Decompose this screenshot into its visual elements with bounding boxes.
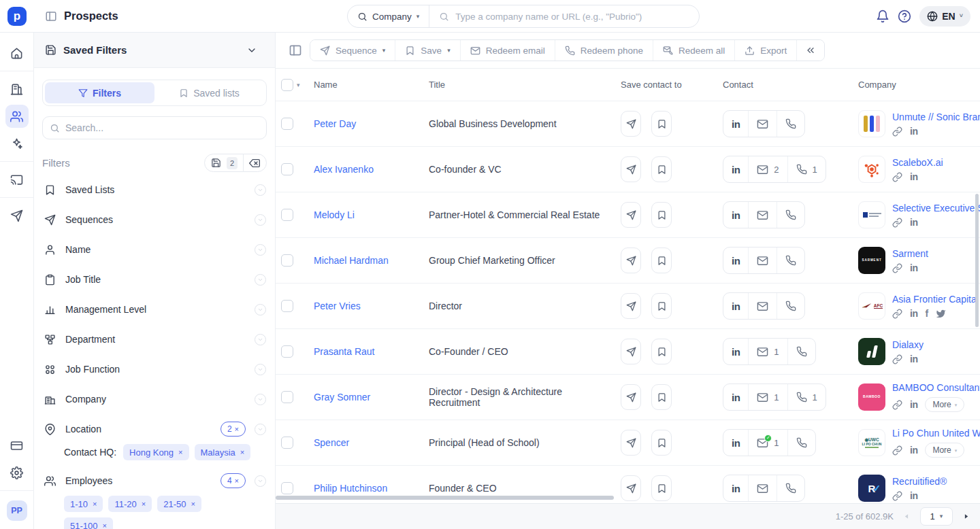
phone-contact-button[interactable]: [788, 339, 815, 364]
save-to-list-button[interactable]: [651, 293, 672, 319]
phone-contact-button[interactable]: [788, 430, 815, 456]
expand-filter-button[interactable]: [255, 274, 266, 286]
filter-name[interactable]: Name: [34, 235, 275, 264]
panel-toggle-icon[interactable]: [45, 10, 57, 22]
row-checkbox[interactable]: [281, 209, 293, 221]
vertical-scrollbar[interactable]: [975, 194, 979, 327]
redeem-email-button[interactable]: Redeem email: [461, 40, 555, 61]
filter-chip-51-100[interactable]: 51-100×: [64, 517, 113, 529]
save-to-list-button[interactable]: [651, 111, 672, 137]
email-contact-button[interactable]: [749, 111, 777, 137]
filter-department[interactable]: Department: [34, 324, 275, 354]
filter-location[interactable]: Location2×: [34, 414, 275, 444]
filter-chip-1-10[interactable]: 1-10×: [64, 496, 103, 512]
save-to-list-button[interactable]: [651, 475, 672, 501]
link-icon[interactable]: [892, 309, 902, 319]
more-button[interactable]: More▾: [925, 443, 964, 458]
add-to-sequence-button[interactable]: [621, 430, 641, 456]
email-contact-button[interactable]: [749, 202, 777, 228]
company-name-link[interactable]: BAMBOO Consultant: [892, 382, 980, 393]
filter-search-input[interactable]: [65, 122, 259, 133]
row-checkbox[interactable]: [281, 391, 293, 403]
link-icon[interactable]: [892, 218, 902, 228]
tab-saved-lists[interactable]: Saved lists: [154, 82, 264, 103]
prospect-name-link[interactable]: Alex Ivanenko: [314, 164, 374, 175]
linkedin-icon[interactable]: in: [910, 445, 917, 455]
save-to-list-button[interactable]: [651, 156, 672, 182]
language-selector[interactable]: EN ˅: [919, 6, 970, 27]
select-all-checkbox[interactable]: [281, 79, 293, 91]
row-checkbox[interactable]: [281, 254, 293, 267]
expand-filter-button[interactable]: [255, 334, 266, 345]
email-contact-button[interactable]: 2: [749, 156, 787, 182]
company-name-link[interactable]: Dialaxy: [892, 339, 924, 350]
rail-item-gear[interactable]: [5, 461, 29, 484]
save-to-list-button[interactable]: [651, 339, 672, 364]
add-to-sequence-button[interactable]: [621, 156, 641, 182]
linkedin-contact-button[interactable]: in: [723, 339, 749, 364]
row-checkbox[interactable]: [281, 437, 293, 449]
remove-icon[interactable]: ×: [93, 500, 97, 508]
filter-job-function[interactable]: Job Function: [34, 354, 275, 384]
expand-filter-button[interactable]: [255, 244, 266, 256]
save-to-list-button[interactable]: [651, 248, 672, 273]
filter-employees[interactable]: Employees4×: [34, 466, 275, 496]
add-to-sequence-button[interactable]: [621, 339, 641, 364]
company-name-link[interactable]: Asia Frontier Capital L: [892, 294, 980, 305]
company-name-link[interactable]: ScaleboX.ai: [892, 157, 943, 168]
expand-filter-button[interactable]: [255, 184, 266, 196]
filter-management-level[interactable]: Management Level: [34, 294, 275, 324]
collapse-toolbar-button[interactable]: [797, 40, 824, 61]
add-to-sequence-button[interactable]: [621, 384, 641, 410]
email-contact-button[interactable]: [749, 248, 777, 273]
page-select[interactable]: 1 ▾: [920, 507, 953, 526]
add-to-sequence-button[interactable]: [621, 202, 641, 228]
prospect-name-link[interactable]: Prasanta Raut: [314, 346, 375, 357]
company-name-link[interactable]: Unmute // Sonic Bran: [892, 112, 980, 122]
prospect-name-link[interactable]: Gray Somner: [314, 392, 370, 403]
filter-chip-21-50[interactable]: 21-50×: [157, 496, 201, 512]
email-contact-button[interactable]: ✓1: [749, 430, 787, 456]
link-icon[interactable]: [892, 126, 902, 137]
remove-icon[interactable]: ×: [240, 448, 244, 456]
linkedin-icon[interactable]: in: [910, 172, 917, 182]
prospect-name-link[interactable]: Philip Hutchinson: [314, 483, 387, 494]
add-to-sequence-button[interactable]: [621, 248, 641, 273]
link-icon[interactable]: [892, 491, 902, 501]
linkedin-icon[interactable]: in: [910, 491, 917, 500]
add-to-sequence-button[interactable]: [621, 475, 641, 501]
filter-count-badge[interactable]: 4×: [220, 473, 246, 488]
phone-contact-button[interactable]: 1: [788, 156, 826, 182]
linkedin-icon[interactable]: in: [910, 218, 917, 227]
expand-filter-button[interactable]: [255, 394, 266, 405]
redeem-phone-button[interactable]: Redeem phone: [555, 40, 653, 61]
tab-filters[interactable]: Filters: [45, 82, 154, 103]
remove-icon[interactable]: ×: [102, 522, 106, 529]
linkedin-contact-button[interactable]: in: [723, 293, 749, 319]
email-contact-button[interactable]: [749, 475, 777, 501]
expand-filter-button[interactable]: [255, 364, 266, 375]
help-icon[interactable]: [898, 10, 911, 23]
filter-saved-lists[interactable]: Saved Lists: [34, 175, 275, 205]
link-icon[interactable]: [892, 263, 902, 273]
expand-filter-button[interactable]: [255, 475, 266, 487]
expand-filter-button[interactable]: [255, 424, 266, 435]
next-page-icon[interactable]: [962, 512, 970, 521]
sequence-button[interactable]: Sequence▾: [310, 40, 395, 61]
horizontal-scrollbar[interactable]: [276, 496, 614, 500]
linkedin-contact-button[interactable]: in: [723, 384, 749, 410]
add-to-sequence-button[interactable]: [621, 293, 641, 319]
filter-chip-hong-kong[interactable]: Hong Kong×: [123, 444, 189, 460]
filter-company[interactable]: Company: [34, 384, 275, 414]
linkedin-icon[interactable]: in: [910, 354, 917, 364]
linkedin-contact-button[interactable]: in: [723, 430, 749, 456]
rail-item-cast[interactable]: [5, 168, 29, 191]
rail-item-wallet[interactable]: [5, 434, 29, 457]
add-to-sequence-button[interactable]: [621, 111, 641, 137]
rail-item-home[interactable]: [5, 41, 29, 65]
link-icon[interactable]: [892, 172, 902, 182]
email-contact-button[interactable]: [749, 293, 777, 319]
remove-icon[interactable]: ×: [142, 500, 146, 508]
search-scope-dropdown[interactable]: Company ▾: [348, 5, 429, 27]
saved-filters-header[interactable]: Saved Filters: [34, 33, 275, 68]
